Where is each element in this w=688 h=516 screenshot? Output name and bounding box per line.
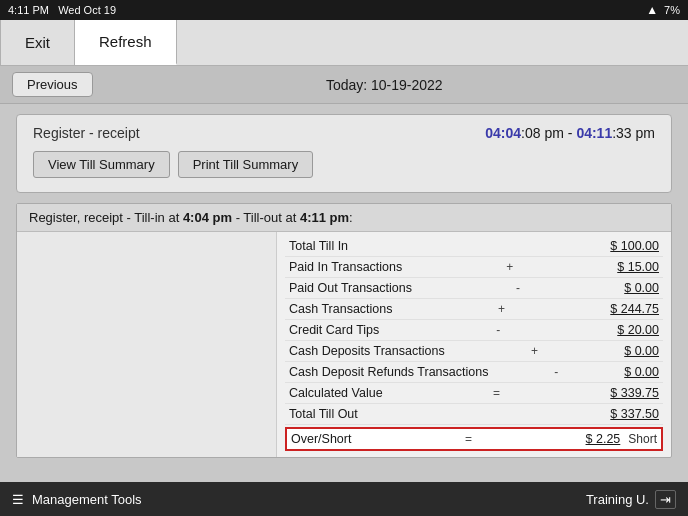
detail-header-end: : [349, 210, 353, 225]
user-label: Training U. [586, 492, 649, 507]
transaction-value: $ 244.75 [610, 302, 659, 316]
transaction-op: = [488, 386, 504, 400]
menu-icon[interactable]: ☰ [12, 492, 24, 507]
transaction-row: Calculated Value=$ 339.75 [285, 383, 663, 404]
transaction-label: Credit Card Tips [289, 323, 379, 337]
status-bar: 4:11 PM Wed Oct 19 ▲ 7% [0, 0, 688, 20]
transaction-value: $ 0.00 [624, 344, 659, 358]
battery-indicator: 7% [664, 4, 680, 16]
detail-header-text: Register, receipt - Till-in at [29, 210, 183, 225]
transaction-value: $ 2.25 [586, 432, 621, 446]
transaction-note: Short [628, 432, 657, 446]
transaction-row: Over/Short=$ 2.25Short [285, 427, 663, 451]
transaction-label: Total Till Out [289, 407, 358, 421]
detail-content: Total Till In$ 100.00Paid In Transaction… [17, 232, 671, 457]
transaction-list: Total Till In$ 100.00Paid In Transaction… [277, 232, 671, 457]
time-end-highlight: 04:11 [576, 125, 612, 141]
print-summary-button[interactable]: Print Till Summary [178, 151, 313, 178]
till-out-time: 4:11 pm [300, 210, 349, 225]
status-right: ▲ 7% [646, 3, 680, 17]
transaction-row: Cash Deposits Transactions+$ 0.00 [285, 341, 663, 362]
transaction-value: $ 0.00 [624, 281, 659, 295]
transaction-row: Cash Transactions+$ 244.75 [285, 299, 663, 320]
transaction-op: - [490, 323, 506, 337]
till-in-time: 4:04 pm [183, 210, 232, 225]
view-summary-button[interactable]: View Till Summary [33, 151, 170, 178]
transaction-op: - [510, 281, 526, 295]
management-tools-label: Management Tools [32, 492, 142, 507]
transaction-row: Paid In Transactions+$ 15.00 [285, 257, 663, 278]
transaction-row: Cash Deposit Refunds Transactions-$ 0.00 [285, 362, 663, 383]
nav-date: Today: 10-19-2022 [93, 77, 676, 93]
transaction-label: Over/Short [291, 432, 351, 446]
status-time: 4:11 PM Wed Oct 19 [8, 4, 116, 16]
transaction-value: $ 337.50 [610, 407, 659, 421]
receipt-header: Register - receipt 04:04:08 pm - 04:11:3… [33, 125, 655, 141]
transaction-value: $ 339.75 [610, 386, 659, 400]
receipt-title: Register - receipt [33, 125, 140, 141]
transaction-row: Total Till In$ 100.00 [285, 236, 663, 257]
transaction-row: Credit Card Tips-$ 20.00 [285, 320, 663, 341]
receipt-time: 04:04:08 pm - 04:11:33 pm [485, 125, 655, 141]
transaction-label: Paid Out Transactions [289, 281, 412, 295]
transaction-value: $ 0.00 [624, 365, 659, 379]
transaction-op: + [502, 260, 518, 274]
receipt-actions: View Till Summary Print Till Summary [33, 151, 655, 178]
bottom-right: Training U. ⇥ [586, 490, 676, 509]
transaction-label: Total Till In [289, 239, 348, 253]
bottom-bar: ☰ Management Tools Training U. ⇥ [0, 482, 688, 516]
time-start-suffix: :08 pm [521, 125, 564, 141]
transaction-label: Cash Deposit Refunds Transactions [289, 365, 488, 379]
previous-button[interactable]: Previous [12, 72, 93, 97]
time-start-highlight: 04:04 [485, 125, 521, 141]
transaction-label: Cash Transactions [289, 302, 393, 316]
bottom-left: ☰ Management Tools [12, 492, 142, 507]
transaction-row: Total Till Out$ 337.50 [285, 404, 663, 425]
refresh-button[interactable]: Refresh [75, 20, 177, 65]
transaction-value: $ 15.00 [617, 260, 659, 274]
time-end-suffix: :33 pm [612, 125, 655, 141]
exit-button[interactable]: Exit [0, 20, 75, 65]
transaction-label: Paid In Transactions [289, 260, 402, 274]
detail-header: Register, receipt - Till-in at 4:04 pm -… [17, 204, 671, 232]
logout-icon[interactable]: ⇥ [655, 490, 676, 509]
detail-left-panel [17, 232, 277, 457]
transaction-value: $ 100.00 [610, 239, 659, 253]
content-area: Register - receipt 04:04:08 pm - 04:11:3… [0, 104, 688, 468]
transaction-op: + [526, 344, 542, 358]
wifi-icon: ▲ [646, 3, 658, 17]
transaction-op: + [493, 302, 509, 316]
transaction-label: Cash Deposits Transactions [289, 344, 445, 358]
transaction-value: $ 20.00 [617, 323, 659, 337]
transaction-op: - [548, 365, 564, 379]
transaction-label: Calculated Value [289, 386, 383, 400]
detail-till-sep: - Till-out at [232, 210, 300, 225]
receipt-card: Register - receipt 04:04:08 pm - 04:11:3… [16, 114, 672, 193]
transaction-row: Paid Out Transactions-$ 0.00 [285, 278, 663, 299]
nav-bar: Previous Today: 10-19-2022 [0, 66, 688, 104]
transaction-op: = [460, 432, 476, 446]
top-toolbar: Exit Refresh [0, 20, 688, 66]
detail-section: Register, receipt - Till-in at 4:04 pm -… [16, 203, 672, 458]
